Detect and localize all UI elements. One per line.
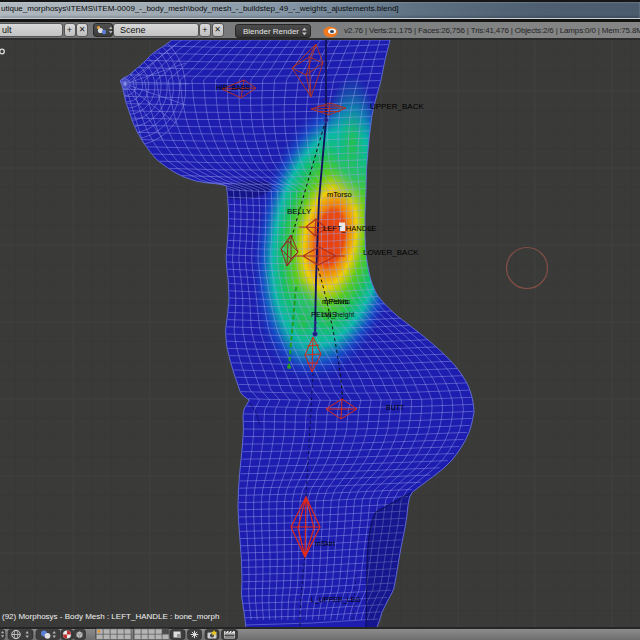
svg-text:mTorso: mTorso — [327, 190, 352, 199]
svg-text:LOWER_BACK: LOWER_BACK — [363, 248, 419, 257]
svg-text:HIP_BASS: HIP_BASS — [216, 84, 251, 92]
svg-text:mPelvis: mPelvis — [324, 297, 351, 306]
svg-text:BELLY: BELLY — [287, 207, 312, 216]
svg-text:mSkirt: mSkirt — [315, 540, 335, 547]
svg-text:BUTT: BUTT — [386, 404, 405, 411]
svg-text:UPPER_BACK: UPPER_BACK — [370, 102, 424, 111]
svg-text:hip_height: hip_height — [322, 311, 354, 319]
svg-text:L_UPPER_LEG: L_UPPER_LEG — [311, 596, 361, 604]
svg-text:(92) Morphosys - Body Mesh : L: (92) Morphosys - Body Mesh : LEFT_HANDLE… — [2, 612, 219, 621]
svg-text:E: E — [369, 224, 374, 233]
